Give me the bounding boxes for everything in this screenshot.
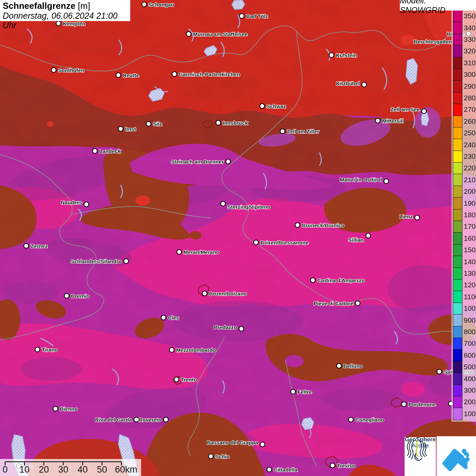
city-label: Zell am Ziller <box>287 129 319 134</box>
city-label: Cles <box>168 315 179 321</box>
legend-color-segment <box>453 221 462 233</box>
legend-value-label: 2100 <box>464 176 476 184</box>
city-label: Conegliano <box>355 417 384 423</box>
city-dot <box>260 104 265 108</box>
city-label: Cortina d'Ampezzo <box>317 277 365 283</box>
legend-color-segment <box>453 385 462 396</box>
city-dot <box>267 467 272 472</box>
legend-value-label: 1600 <box>464 234 476 242</box>
city-dot <box>260 442 265 447</box>
legend-color-segment <box>453 81 462 92</box>
city-label: Innsbruck <box>223 120 248 126</box>
legend-color-segment <box>453 116 462 128</box>
city-dot <box>362 82 367 87</box>
legend-value-label: 900 <box>464 316 476 324</box>
legend-color-segment <box>453 350 462 361</box>
city-label: Imst <box>125 126 136 132</box>
city-label: Silz <box>153 121 162 127</box>
city-dot <box>174 377 179 382</box>
city-label: Sonthofen <box>58 67 84 73</box>
city-dot <box>208 454 213 459</box>
title-box: Schneefallgrenze [m] Donnerstag, 06.06.2… <box>0 0 130 21</box>
city-dot <box>295 223 300 227</box>
scalebar-number: 0 <box>2 464 7 475</box>
snowfall-limit-map: SchongauBad TölzKemptenMurnau am Staffel… <box>0 0 476 476</box>
city-label: Sillian <box>348 237 364 243</box>
legend-color-segment <box>453 361 462 373</box>
scalebar-number: 30 <box>58 464 68 475</box>
legend-color-segment <box>453 256 462 268</box>
city-dot <box>355 301 360 306</box>
city-label: Kitzbühel <box>336 81 360 86</box>
city-label: Schongau <box>149 2 174 7</box>
city-dot <box>375 118 380 123</box>
city-label: Mezzolombardo <box>176 347 216 353</box>
legend-color-segment <box>453 69 462 81</box>
city-label: Rovereto <box>139 417 162 423</box>
scalebar-number: 40 <box>78 464 88 475</box>
legend-color-segment <box>453 408 462 420</box>
title-variable: Schneefallgrenze <box>3 1 75 11</box>
legend-value-label: 1300 <box>464 269 476 277</box>
city-dot <box>384 179 389 184</box>
city-dot <box>51 68 56 72</box>
city-label: Bozen/Bolzano <box>209 291 247 296</box>
legend-value-label: 2400 <box>464 141 476 149</box>
avalanche-logo-box <box>437 436 476 476</box>
city-dot <box>161 315 166 320</box>
city-dot <box>142 2 147 7</box>
city-label: Murnau am Staffelsee <box>193 31 248 37</box>
city-dot <box>221 201 225 206</box>
legend-value-label: 200 <box>464 398 476 406</box>
legend-color-segment <box>453 174 462 186</box>
map-datetime: Donnerstag, 06.06.2024 21:00 Uhr <box>3 11 130 30</box>
city-dot <box>280 129 285 134</box>
legend-value-label: 2700 <box>464 105 476 114</box>
city-label: Trento <box>181 377 197 382</box>
city-dot <box>164 417 168 422</box>
legend-value-label: 3200 <box>464 47 476 55</box>
city-label: Berchtesgaden <box>414 39 452 45</box>
city-dot <box>118 126 123 131</box>
city-label: Bormio <box>71 293 89 299</box>
city-dot <box>337 363 341 368</box>
legend-color-segment <box>453 198 462 209</box>
legend-color-segment <box>453 34 462 46</box>
legend-value-label: 1700 <box>464 222 476 231</box>
legend-color-segment <box>453 22 462 34</box>
legend-color-segment <box>453 279 462 291</box>
legend-color-segment <box>453 163 462 174</box>
title-unit: [m] <box>75 1 90 11</box>
city-dot <box>186 32 191 36</box>
legend-color-segment <box>453 46 462 57</box>
city-label: Pieve di Cadore <box>314 301 354 306</box>
legend-value-label: 2800 <box>464 94 476 102</box>
legend-value-label: 1800 <box>464 211 476 219</box>
legend-color-segment <box>453 396 462 408</box>
legend-color-segment <box>453 338 462 350</box>
city-label: Schwaz <box>267 103 286 109</box>
city-label: Mittersill <box>382 118 404 124</box>
city-dot <box>146 121 151 126</box>
city-label: Reutte <box>123 72 139 78</box>
legend-color-segment <box>453 151 462 163</box>
legend-color-segment <box>453 326 462 338</box>
model-label: Modell: SNOWGRID <box>400 0 476 11</box>
city-label: Matrei in Osttirol <box>340 177 382 183</box>
city-dot <box>291 389 295 394</box>
scalebar-number: 20 <box>39 464 49 475</box>
legend-color-segment <box>453 104 462 116</box>
mountain-icon <box>437 436 476 476</box>
city-dot <box>415 215 420 220</box>
legend-value-label: 3100 <box>464 59 476 67</box>
legend-value-label: 1400 <box>464 258 476 266</box>
legend-value-label: 2000 <box>464 187 476 196</box>
city-label: Meran/Merano <box>184 249 219 255</box>
city-dot <box>329 53 334 57</box>
legend-value-label: 800 <box>464 328 476 336</box>
legend-value-label: 2500 <box>464 129 476 137</box>
city-label: Nauders <box>61 200 82 205</box>
city-label: Lienz <box>399 214 413 219</box>
city-dot <box>172 72 177 76</box>
city-dot <box>24 243 29 248</box>
